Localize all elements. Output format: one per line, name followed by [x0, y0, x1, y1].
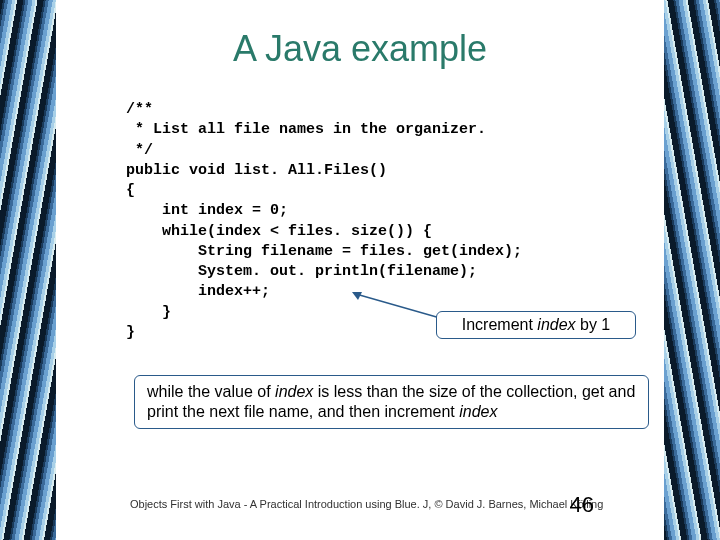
code-line: while(index < files. size()) {	[126, 223, 432, 240]
code-line: {	[126, 182, 135, 199]
page-number: 46	[570, 492, 594, 518]
annotation-while-explanation: while the value of index is less than th…	[134, 375, 649, 429]
decorative-border-left	[0, 0, 56, 540]
code-line: }	[126, 324, 135, 341]
annotation-text: by 1	[576, 316, 611, 333]
code-line: */	[126, 142, 153, 159]
footer-citation: Objects First with Java - A Practical In…	[130, 498, 603, 510]
code-line: String filename = files. get(index);	[126, 243, 522, 260]
code-example: /** * List all file names in the organiz…	[126, 100, 522, 343]
code-line: System. out. println(filename);	[126, 263, 477, 280]
code-line: index++;	[126, 283, 270, 300]
code-line: int index = 0;	[126, 202, 288, 219]
slide-content: A Java example /** * List all file names…	[56, 0, 664, 540]
annotation-italic: index	[537, 316, 575, 333]
slide-title: A Java example	[56, 28, 664, 70]
slide: A Java example /** * List all file names…	[0, 0, 720, 540]
decorative-border-right	[664, 0, 720, 540]
annotation-italic: index	[275, 383, 313, 400]
code-line: * List all file names in the organizer.	[126, 121, 486, 138]
annotation-text: Increment	[462, 316, 538, 333]
code-line: }	[126, 304, 171, 321]
annotation-text: while the value of	[147, 383, 275, 400]
annotation-arrow-icon	[352, 290, 442, 320]
code-line: /**	[126, 101, 153, 118]
svg-line-0	[356, 294, 440, 318]
annotation-increment: Increment index by 1	[436, 311, 636, 339]
code-line: public void list. All.Files()	[126, 162, 387, 179]
annotation-italic: index	[459, 403, 497, 420]
